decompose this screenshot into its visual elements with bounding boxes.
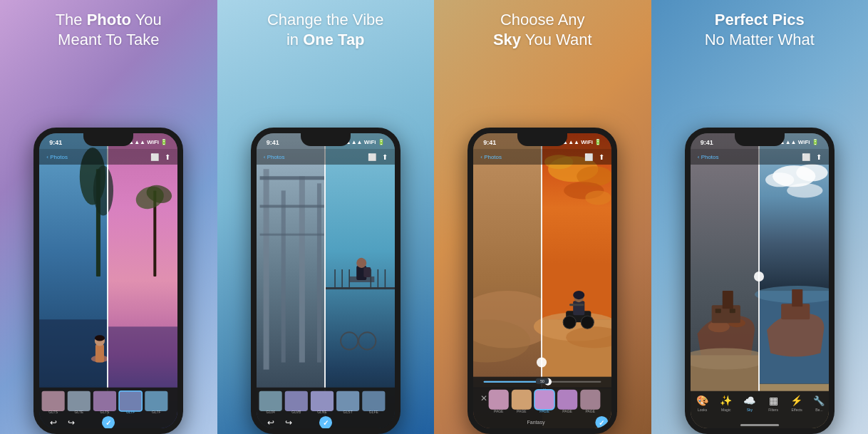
svg-point-123 — [765, 172, 794, 187]
svg-point-41 — [356, 258, 366, 268]
svg-rect-132 — [691, 391, 829, 428]
svg-text:GLST: GLST — [343, 410, 352, 414]
svg-text:PAGE: PAGE — [586, 409, 596, 413]
phone-1-nav: ‹ Photos ⬜ ⬆ — [39, 149, 177, 165]
svg-rect-17 — [68, 391, 91, 411]
svg-rect-86 — [569, 304, 584, 306]
svg-rect-130 — [758, 133, 760, 391]
svg-rect-97 — [489, 390, 509, 410]
svg-point-4 — [93, 165, 113, 215]
svg-rect-55 — [284, 391, 307, 411]
svg-rect-58 — [362, 391, 385, 411]
svg-rect-56 — [311, 391, 334, 411]
svg-text:GLFE: GLFE — [369, 410, 379, 414]
svg-text:PAGE: PAGE — [517, 409, 527, 413]
svg-text:GLVB: GLVB — [291, 410, 301, 414]
phone-2-body: 9:41 ▲▲▲ WiFi 🔋 ‹ Photos ⬜ ⬆ — [251, 128, 401, 434]
svg-text:PAGE: PAGE — [539, 409, 549, 413]
svg-rect-83 — [573, 301, 584, 315]
svg-rect-43 — [326, 287, 395, 289]
svg-text:✓: ✓ — [599, 419, 605, 427]
phone-1-screen: GLTS GLTE GLTS GLTF GLTF ↩ ↪ ✓ — [39, 133, 177, 428]
svg-point-85 — [573, 291, 584, 299]
phone-2-nav: ‹ Photos ⬜ ⬆ — [257, 149, 395, 165]
svg-rect-34 — [317, 183, 321, 362]
svg-text:···: ··· — [543, 386, 547, 391]
phone-3-body: 9:41 ▲▲▲ WiFi 🔋 ‹ Photos ⬜ ⬆ — [467, 128, 617, 434]
phone-3: 9:41 ▲▲▲ WiFi 🔋 ‹ Photos ⬜ ⬆ — [467, 128, 617, 434]
svg-text:✨: ✨ — [720, 394, 733, 407]
svg-text:☁️: ☁️ — [743, 394, 756, 407]
svg-text:Be...: Be... — [815, 408, 822, 412]
svg-rect-117 — [730, 309, 735, 313]
phone-4-nav: ‹ Photos ⬜ ⬆ — [691, 149, 829, 165]
phone-3-screen: 50 ✕ PAGE PAGE PAGE PAGE PAGE — [473, 133, 611, 428]
phone-2-screen: GL04 GLVB GLNE GLST GLFE ↩ ↪ ✓ — [257, 133, 395, 428]
phone-2-notch — [301, 133, 351, 146]
phone-1-notch — [83, 133, 133, 146]
svg-text:↪: ↪ — [68, 418, 75, 428]
svg-point-122 — [796, 164, 827, 181]
svg-text:GLTS: GLTS — [49, 410, 58, 414]
svg-text:Looks: Looks — [698, 408, 708, 412]
svg-text:GL04: GL04 — [266, 410, 274, 414]
svg-text:🎨: 🎨 — [696, 394, 708, 407]
svg-text:50: 50 — [540, 379, 544, 383]
svg-text:Effects: Effects — [791, 408, 802, 412]
svg-text:↩: ↩ — [50, 418, 57, 428]
svg-text:GLTF: GLTF — [126, 410, 135, 414]
phone-3-nav: ‹ Photos ⬜ ⬆ — [473, 149, 611, 165]
svg-rect-116 — [715, 309, 720, 313]
svg-text:GLTF: GLTF — [152, 410, 160, 414]
panel-3-headline-text: Choose Any Sky You Want — [445, 10, 640, 49]
phone-4-notch — [735, 133, 785, 146]
svg-rect-87 — [541, 133, 542, 391]
panel-1-headline: The Photo You Meant To Take — [0, 10, 217, 49]
svg-text:✕: ✕ — [480, 393, 487, 403]
svg-rect-100 — [557, 390, 577, 410]
svg-rect-16 — [42, 391, 65, 411]
svg-point-13 — [95, 335, 105, 341]
svg-rect-31 — [263, 169, 269, 369]
svg-rect-54 — [259, 391, 281, 411]
svg-text:↩: ↩ — [267, 418, 274, 428]
svg-rect-145 — [740, 424, 779, 426]
svg-text:▦: ▦ — [768, 395, 777, 406]
phone-3-notch — [517, 133, 567, 146]
panel-4-headline: Perfect Pics No Matter What — [651, 10, 869, 49]
panel-1-text-regular: The — [56, 11, 87, 29]
panel-3-headline: Choose Any Sky You Want — [434, 10, 651, 49]
svg-rect-98 — [512, 390, 532, 410]
svg-text:↪: ↪ — [284, 418, 291, 428]
phone-1: 9:41 ▲▲▲ WiFi 🔋 ‹ Photos ⬜ ⬆ — [33, 128, 183, 434]
svg-rect-115 — [722, 291, 733, 309]
phone-4-screen: 🎨 Looks ✨ Magic ☁️ Sky ▦ Filters ⚡ Effec… — [691, 133, 829, 428]
svg-point-81 — [563, 316, 576, 329]
panel-2: Change the Vibe in One Tap 9:41 ▲▲▲ WiFi… — [217, 0, 435, 434]
svg-rect-19 — [119, 391, 142, 411]
svg-rect-32 — [281, 190, 285, 362]
svg-text:PAGE: PAGE — [494, 409, 504, 413]
svg-point-88 — [537, 358, 547, 368]
svg-text:Magic: Magic — [721, 408, 731, 412]
svg-rect-35 — [259, 176, 324, 180]
phone-4-body: 9:41 ▲▲▲ WiFi 🔋 ‹ Photos ⬜ ⬆ — [685, 128, 835, 434]
svg-rect-101 — [581, 390, 601, 410]
svg-text:GLNE: GLNE — [317, 410, 327, 414]
svg-rect-20 — [145, 391, 167, 411]
svg-point-82 — [582, 316, 594, 329]
svg-text:GLTE: GLTE — [75, 410, 84, 414]
panel-2-headline-text: Change the Vibe in One Tap — [229, 10, 423, 49]
svg-rect-99 — [534, 390, 554, 410]
svg-rect-52 — [324, 133, 326, 428]
svg-rect-57 — [336, 391, 359, 411]
svg-rect-18 — [93, 391, 116, 411]
panel-3: Choose Any Sky You Want 9:41 ▲▲▲ WiFi 🔋 … — [434, 0, 651, 434]
svg-point-76 — [586, 190, 611, 205]
panel-2-headline: Change the Vibe in One Tap — [217, 10, 435, 49]
phone-4: 9:41 ▲▲▲ WiFi 🔋 ‹ Photos ⬜ ⬆ — [685, 128, 835, 434]
svg-rect-128 — [792, 289, 802, 306]
svg-rect-14 — [107, 133, 108, 428]
svg-text:PAGE: PAGE — [563, 409, 573, 413]
svg-text:✓: ✓ — [323, 419, 329, 427]
